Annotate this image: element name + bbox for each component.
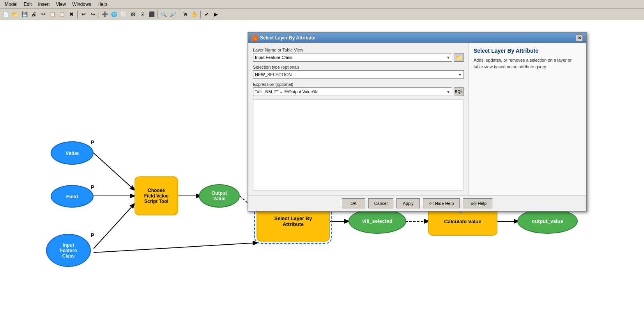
toolbar-save[interactable]: 💾 — [20, 10, 29, 19]
svg-line-2 — [94, 204, 134, 249]
toolbar-select-rect[interactable]: ⬜ — [119, 10, 128, 19]
separator-1 — [77, 11, 78, 18]
toolbar-validate[interactable]: ✔ — [202, 10, 211, 19]
toolbar-delete[interactable]: ✖ — [67, 10, 76, 19]
toolbar-cut[interactable]: ✂ — [39, 10, 48, 19]
toolbar-copy[interactable]: 📋 — [48, 10, 57, 19]
dialog-title: Select Layer By Attribute — [260, 35, 315, 41]
separator-4 — [179, 11, 179, 18]
selection-type-label: Selection type (optional) — [253, 65, 464, 69]
dialog-left-panel: Layer Name or Table View Input Feature C… — [248, 43, 469, 195]
node-input-feature-class[interactable]: Input Feature Class — [46, 234, 91, 267]
apply-button[interactable]: Apply — [396, 198, 420, 208]
p-label-field: P — [91, 184, 94, 190]
separator-5 — [200, 11, 201, 18]
menu-help[interactable]: Help — [94, 1, 110, 8]
toolbar-deselect[interactable]: ⊡ — [138, 10, 147, 19]
toolbar-paste[interactable]: 📋 — [58, 10, 66, 19]
layer-name-dropdown-arrow: ▼ — [446, 55, 450, 60]
hide-help-button[interactable]: << Hide Help — [423, 198, 460, 208]
expression-sql-btn[interactable]: SQL — [454, 87, 464, 96]
dialog-select-layer[interactable]: 🔧 Select Layer By Attribute ✕ Layer Name… — [248, 32, 587, 212]
expression-field-group: Expression (optional) "VIL_NM_E" = '%Out… — [253, 82, 464, 96]
toolbar-add[interactable]: ➕ — [101, 10, 109, 19]
menu-view[interactable]: View — [53, 1, 69, 8]
separator-3 — [157, 11, 158, 18]
toolbar-pointer[interactable]: 🖱 — [181, 10, 189, 19]
dialog-content-area — [253, 99, 464, 190]
toolbar-zoom-out[interactable]: 🔎 — [169, 10, 177, 19]
toolbar-run[interactable]: ▶ — [212, 10, 220, 19]
dialog-titlebar: 🔧 Select Layer By Attribute ✕ — [248, 33, 586, 43]
dialog-close-button[interactable]: ✕ — [576, 34, 583, 41]
menu-edit[interactable]: Edit — [21, 1, 35, 8]
layer-name-input[interactable]: Input Feature Class ▼ — [253, 53, 452, 62]
expression-input[interactable]: "VIL_NM_E" = '%Output Value%' ▼ — [253, 87, 452, 96]
toolbar-new[interactable]: 📄 — [2, 10, 10, 19]
selection-type-dropdown-arrow: ▼ — [458, 73, 462, 77]
node-field[interactable]: Field — [51, 185, 94, 208]
ok-button[interactable]: OK — [342, 198, 365, 208]
svg-line-0 — [94, 153, 134, 190]
dialog-right-panel: Select Layer By Attribute Adds, updates,… — [469, 43, 586, 195]
dialog-help-text: Adds, updates, or removes a selection on… — [474, 57, 581, 70]
menu-model[interactable]: Model — [2, 1, 21, 8]
canvas: P Value P Field P Input Feature Class Ch… — [0, 20, 644, 329]
node-output-value-small[interactable]: Output Value — [199, 184, 240, 208]
toolbar-pan[interactable]: ✋ — [190, 10, 199, 19]
layer-name-value: Input Feature Class — [255, 55, 292, 60]
menubar: Model Edit Insert View Windows Help — [0, 0, 644, 9]
cancel-button[interactable]: Cancel — [368, 198, 393, 208]
svg-line-5 — [94, 243, 257, 253]
toolbar-open[interactable]: 📂 — [11, 10, 19, 19]
dialog-icon: 🔧 — [251, 35, 258, 41]
node-output-value-large[interactable]: output_value — [517, 208, 578, 234]
p-label-value: P — [91, 139, 94, 145]
dialog-body: Layer Name or Table View Input Feature C… — [248, 43, 586, 195]
toolbar-fit[interactable]: ⬛ — [147, 10, 156, 19]
selection-type-row: NEW_SELECTION ▼ — [253, 70, 464, 79]
expression-dropdown-arrow: ▼ — [446, 90, 450, 94]
node-value[interactable]: Value — [51, 141, 94, 165]
toolbar-print[interactable]: 🖨 — [30, 10, 38, 19]
expression-value: "VIL_NM_E" = '%Output Value%' — [255, 89, 318, 94]
toolbar: 📄 📂 💾 🖨 ✂ 📋 📋 ✖ ↩ ↪ ➕ 🌐 ⬜ ⊠ ⊡ ⬛ 🔍 🔎 🖱 ✋ … — [0, 9, 644, 20]
toolbar-zoom-in[interactable]: 🔍 — [159, 10, 168, 19]
tool-help-button[interactable]: Tool Help — [463, 198, 492, 208]
toolbar-globe[interactable]: 🌐 — [110, 10, 119, 19]
p-label-input-feature: P — [91, 232, 94, 238]
dialog-title-left: 🔧 Select Layer By Attribute — [251, 35, 315, 41]
layer-name-browse-btn[interactable]: 📁 — [454, 53, 464, 62]
menu-insert[interactable]: Insert — [35, 1, 53, 8]
toolbar-undo[interactable]: ↩ — [79, 10, 88, 19]
layer-name-field-group: Layer Name or Table View Input Feature C… — [253, 48, 464, 62]
layer-name-label: Layer Name or Table View — [253, 48, 464, 52]
expression-row: "VIL_NM_E" = '%Output Value%' ▼ SQL — [253, 87, 464, 96]
separator-2 — [99, 11, 99, 18]
expression-label: Expression (optional) — [253, 82, 464, 87]
toolbar-select-all[interactable]: ⊠ — [129, 10, 137, 19]
dialog-help-title: Select Layer By Attribute — [474, 48, 581, 54]
selection-type-input[interactable]: NEW_SELECTION ▼ — [253, 70, 464, 79]
selection-type-field-group: Selection type (optional) NEW_SELECTION … — [253, 65, 464, 79]
dialog-footer: OK Cancel Apply << Hide Help Tool Help — [248, 195, 586, 211]
selection-type-value: NEW_SELECTION — [255, 72, 292, 77]
menu-windows[interactable]: Windows — [69, 1, 94, 8]
node-choose-field-value[interactable]: Choose Field Value Script Tool — [134, 176, 178, 215]
node-vill-selected[interactable]: vill_selected — [349, 208, 406, 234]
toolbar-redo[interactable]: ↪ — [88, 10, 97, 19]
layer-name-row: Input Feature Class ▼ 📁 — [253, 53, 464, 62]
